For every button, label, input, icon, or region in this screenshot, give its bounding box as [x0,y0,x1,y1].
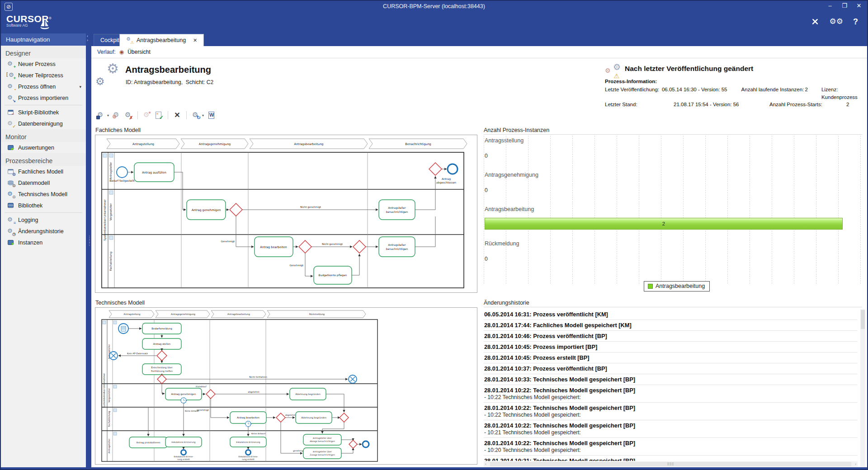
breadcrumb-item[interactable]: Übersicht [127,49,151,55]
task-eskalations-erinnerung-2[interactable]: Eskalations-Erinnerung [230,437,266,447]
gateway-abschluss[interactable] [429,163,442,175]
end-event-eskalation-1[interactable]: Eskalations-Erinne- rung erstellt [174,450,193,461]
refresh-process-button[interactable]: ⚙↻ [191,110,201,120]
task-antrag-stellen[interactable]: Antrag stellen [142,338,181,349]
technisches-modell-diagram[interactable]: Antragstellung Antragsgenehmigung Antrag… [95,308,477,464]
gateway-genehmigung[interactable] [230,203,242,216]
history-list[interactable]: 06.05.2014 16:31: Prozess veröffentlicht… [484,309,858,461]
history-hscrollbar[interactable]: ‹ ⦀⦀⦀ › [484,461,858,467]
end-error-event[interactable] [349,375,357,383]
admin-gears-icon[interactable]: ⚙⚙ [830,16,843,27]
sidebar-item-logging[interactable]: ⚙≡ Logging [1,214,86,226]
end-event-eskalation-2[interactable]: Eskalations-Erinne- rung erstellt [238,450,258,461]
gateway-ap-check[interactable] [157,351,167,361]
history-row[interactable]: 28.01.2014 10:45: Prozess erstellt [BP] [484,352,858,363]
library-icon [7,202,15,209]
collapse-right-icon[interactable]: › [87,38,88,42]
unpublish-process-button[interactable]: ⚙✗ [123,110,133,120]
start-event-bedarf-festgestellt[interactable]: Bedarf festgestellt [109,167,135,183]
task-antrag-ausfuellen[interactable]: Antrag ausfüllen [134,163,174,182]
vscroll-handle[interactable] [861,310,865,329]
scroll-right-icon[interactable]: › [855,461,856,467]
hscroll-handle[interactable]: ⦀⦀⦀ [490,462,851,466]
task-antrag-bearbeiten[interactable]: Antrag bearbeiten [255,237,293,257]
error-event-kein-ap-datensatz[interactable] [109,352,118,360]
task-eskalations-erinnerung-1[interactable]: Eskalations-Erinnerung [165,437,202,447]
task-antrag-genehmigen-tm[interactable]: Antrag genehmigen [165,388,202,403]
scroll-left-icon[interactable]: ‹ [485,461,486,467]
history-row[interactable]: 28.01.2014 10:22: Technisches Modell ges… [484,385,858,403]
technisches-modell-panel[interactable]: Antragstellung Antragsgenehmigung Antrag… [95,307,477,465]
export-word-button[interactable]: W [207,110,217,120]
end-event-final[interactable] [363,441,369,447]
history-row[interactable]: 28.01.2014 17:44: Fachliches Modell gesp… [484,320,858,331]
task-antragsteller-benachrichtigen-2[interactable]: Antragsteller benachrichtigen [379,237,415,257]
task-antrag-genehmigen[interactable]: Antrag genehmigen [187,200,226,220]
task-ablehnung-begruenden-2[interactable]: Ablehnung begründen [296,412,332,423]
task-antrag-protokollieren[interactable]: Antrag protokollieren [129,437,167,448]
sidebar-item-datenmodell[interactable]: ⚙ Datenmodell [1,177,86,188]
gateway-merge[interactable] [353,240,366,253]
lane-label: Vorgesetzter [108,388,111,403]
sidebar-item-aenderungshistorie[interactable]: ⚙◷ Änderungshistorie [1,226,86,237]
sidebar-item-prozess-oeffnen[interactable]: ⚙▪ Prozess öffnen ▾ [1,81,86,92]
fachliches-modell-panel[interactable]: Antragstellung Antragsgenehmigung Antrag… [95,135,477,293]
history-row[interactable]: 28.01.2014 10:46: Prozess veröffentlicht… [484,331,858,342]
close-button[interactable]: ✕ [855,2,863,9]
sidebar-item-bibliothek[interactable]: Bibliothek [1,200,86,211]
history-row[interactable]: 28.01.2014 10:22: Technisches Modell ges… [484,403,858,420]
sidebar-item-prozess-importieren[interactable]: ⚙↘ Prozess importieren [1,92,86,103]
restore-button[interactable]: ❐ [841,2,848,9]
history-row[interactable]: 28.01.2014 10:22: Technisches Modell ges… [484,420,858,438]
tab-antragsbearbeitung[interactable]: ⚙⚠ Antragsbearbeitung ✕ [119,34,204,46]
gateway-fortfuehrung[interactable] [157,375,166,384]
task-budgetkonto-pflegen[interactable]: Budgetkonto pflegen [314,266,352,284]
task-antragsteller-benachrichtigen-1[interactable]: Antragsteller benachrichtigen [379,200,415,220]
sidebar-item-neuer-teilprozess[interactable]: [⚙+ Neuer Teilprozess [1,70,86,81]
gateway-final[interactable] [349,440,357,448]
fachliches-modell-diagram[interactable]: Antragstellung Antragsgenehmigung Antrag… [95,135,477,292]
task-ablehnung-begruenden-1[interactable]: Ablehnung begründen [290,388,326,400]
task-antrag-bearbeiten-tm[interactable]: Antrag bearbeiten [230,412,266,427]
tab-close-icon[interactable]: ✕ [193,38,197,43]
history-row[interactable]: 06.05.2014 16:31: Prozess veröffentlicht… [484,309,858,320]
instances-bar[interactable]: 2 [485,218,843,230]
history-row[interactable]: 28.01.2014 10:21: Technisches Modell ges… [484,456,858,461]
chevron-down-icon[interactable]: ▾ [79,85,81,89]
sidebar-splitter[interactable]: ‹ › ⋮⋮⋮ [86,33,91,467]
sidebar-item-neuer-prozess[interactable]: ⚙+ Neuer Prozess [1,58,86,70]
save-process-button[interactable]: ⚙ [96,110,106,120]
validate-button[interactable]: ‹›✓ [154,110,164,120]
gateway-merge-tm[interactable] [340,413,349,422]
history-row[interactable]: 28.01.2014 10:22: Technisches Modell ges… [484,438,858,456]
gateway-genehmigung-tm[interactable] [206,390,215,399]
collapse-left-icon[interactable]: ‹ [87,34,88,38]
task-entscheidung-fortfuehrung[interactable]: Entscheidung über Fortführung treffen [142,364,181,375]
save-dropdown-caret[interactable]: ▾ [107,113,109,118]
sidebar-item-technisches-modell[interactable]: ⚙⚙ Technisches Modell [1,188,86,200]
help-icon[interactable]: ? [853,16,858,27]
refresh-dropdown-caret[interactable]: ▾ [202,113,204,118]
tools-icon[interactable] [811,17,820,26]
splitter-grip[interactable]: ⋮⋮⋮ [87,236,91,245]
publish-process-button[interactable]: ⚙⚙ [112,110,122,120]
gateway-bearbeitung-tm[interactable] [276,413,285,422]
task-bedarfsmeldung[interactable]: Bedarfsmeldung [142,323,181,334]
svg-text:Antrag ausfüllen: Antrag ausfüllen [142,171,166,174]
sidebar-item-fachliches-modell[interactable]: ⚙ Fachliches Modell [1,166,86,177]
sidebar-item-auswertungen[interactable]: ▰ Auswertungen [1,142,86,153]
task-absage-benachrichtigen[interactable]: Antragsteller über Absage benachrichtige… [303,434,341,445]
sidebar-item-instanzen[interactable]: ▸ Instanzen [1,237,86,248]
gateway-bearbeitung[interactable] [299,240,311,253]
start-message-event[interactable] [118,324,128,334]
history-row[interactable]: 28.01.2014 10:45: Prozess importiert [BP… [484,342,858,352]
minimize-button[interactable]: – [826,2,834,9]
history-row[interactable]: 28.01.2014 10:37: Prozess veröffentlicht… [484,363,858,374]
delete-button[interactable]: ✕ [172,110,182,120]
task-zusage-benachrichtigen[interactable]: Antragsteller über Zusage benachrichtige… [303,448,341,459]
sidebar-item-skript-bibliothek[interactable]: − Skript-Bibliothek [1,107,86,118]
history-row[interactable]: 28.01.2014 10:33: Technisches Modell ges… [484,374,858,385]
instances-button[interactable]: ⚙● [142,110,152,120]
history-vscrollbar[interactable] [860,309,865,467]
sidebar-item-datenbereinigung[interactable]: ⚙✓ Datenbereinigung [1,118,86,129]
